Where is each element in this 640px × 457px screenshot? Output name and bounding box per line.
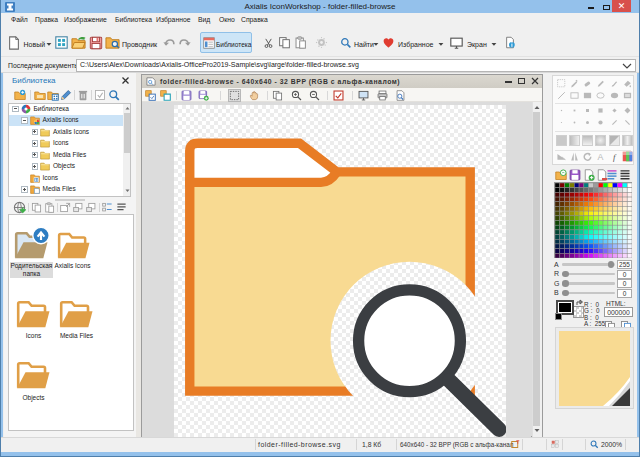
svg-text:f: f bbox=[613, 152, 617, 162]
svg-text:A: A bbox=[598, 152, 604, 162]
